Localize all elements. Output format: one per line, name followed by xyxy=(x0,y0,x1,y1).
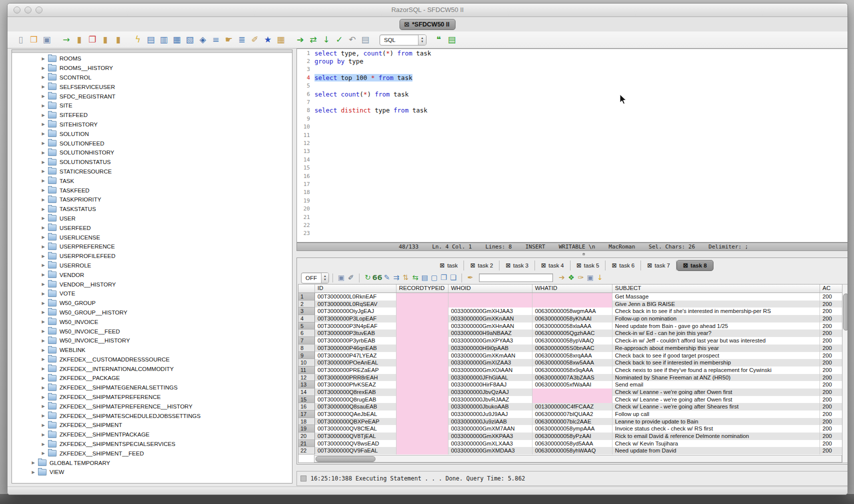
cell-whoid[interactable]: 0033000000H9aNBAAZ xyxy=(448,330,532,337)
cell-recordtypeid[interactable] xyxy=(396,308,448,315)
close-tab-icon[interactable]: ⊠ xyxy=(470,262,475,269)
table-row[interactable]: 700T3000000P3yrbEAB0033000000GmXPYAA3006… xyxy=(298,337,848,344)
result-tab[interactable]: ⊠task 4 xyxy=(535,260,570,270)
table-row[interactable]: 200T3000000L0RqSEAVGive Jenn a BIG RAISE… xyxy=(298,300,848,308)
download-more-icon[interactable]: ↓ xyxy=(595,273,604,282)
disclosure-triangle-icon[interactable]: ▶ xyxy=(41,188,46,192)
disclosure-triangle-icon[interactable]: ▶ xyxy=(41,423,46,428)
disclosure-triangle-icon[interactable]: ▶ xyxy=(41,348,46,352)
cell-id[interactable]: 00T3000000PfvKSEAZ xyxy=(315,381,396,388)
disclosure-triangle-icon[interactable]: ▶ xyxy=(41,226,46,230)
table-row[interactable]: 1000T3000000POeAnEAL0033000000GmXIZAA300… xyxy=(298,359,848,366)
cell-recordtypeid[interactable] xyxy=(396,425,448,432)
tree-item-table[interactable]: ▶USERPROFILEFEED xyxy=(12,252,292,261)
tree-item-table[interactable]: ▶ZKFEDEX__SHIPMATEPREFERENCE xyxy=(12,392,292,402)
tree-item-root[interactable]: ▶GLOBAL TEMPORARY xyxy=(12,458,292,468)
tree-item-table[interactable]: ▶USERLICENSE xyxy=(12,232,292,242)
tree-item-table[interactable]: ▶TASKFEED xyxy=(12,186,292,195)
cell-id[interactable]: 00T3000000PREZaEAP xyxy=(315,366,396,374)
cell-id[interactable]: 00T3000000P3tuvEAB xyxy=(315,330,396,337)
cell-recordtypeid[interactable] xyxy=(396,344,448,352)
table-tools-icon[interactable]: ▦ xyxy=(276,34,286,45)
table-row[interactable]: 400T3000000P3LopEAF0033000000GmXKnAAN006… xyxy=(298,315,848,322)
new-file-icon[interactable]: ▯ xyxy=(16,34,26,45)
tree-item-table[interactable]: ▶W50_GROUP__HISTORY xyxy=(12,308,292,318)
table-row[interactable]: 2200T3000000QV9FaEAL0033000000GmXMDAA300… xyxy=(298,447,848,454)
cell-recordtypeid[interactable] xyxy=(396,300,448,308)
primary-key-icon[interactable]: ✒ xyxy=(466,273,475,282)
tree-item-table[interactable]: ▶USER xyxy=(12,214,292,224)
quote-sql-icon[interactable]: ❝ xyxy=(434,34,444,45)
tree-item-table[interactable]: ▶ZKFEDEX__PACKAGE xyxy=(12,374,292,383)
table-row[interactable]: 1300T3000000PfvKSEAZ0033000000HirF8AAJ00… xyxy=(298,381,848,388)
disclosure-triangle-icon[interactable]: ▶ xyxy=(41,366,46,371)
result-tab[interactable]: ⊠task 2 xyxy=(464,260,500,270)
save-results-icon[interactable]: ▣ xyxy=(336,273,346,282)
split-grip[interactable] xyxy=(582,253,585,256)
statement-type-select[interactable]: SQL▲▼ xyxy=(380,34,426,46)
connect-icon[interactable]: → xyxy=(61,34,72,45)
cell-id[interactable]: 00T3000000QV8CfEAL xyxy=(315,425,396,432)
cell-whatid[interactable]: 006300000058yd5AAA xyxy=(532,440,612,448)
disclosure-triangle-icon[interactable]: ▶ xyxy=(41,414,46,418)
cell-whoid[interactable]: 0033000000GmXOiAAN xyxy=(448,366,532,374)
disclosure-triangle-icon[interactable]: ▶ xyxy=(41,150,46,155)
disclosure-triangle-icon[interactable]: ▶ xyxy=(41,404,46,408)
cell-recordtypeid[interactable] xyxy=(396,366,448,374)
refresh-page-icon[interactable]: ▦ xyxy=(172,34,182,45)
query-log-icon[interactable]: ▤ xyxy=(360,34,370,45)
tree-item-table[interactable]: ▶SITEHISTORY xyxy=(12,120,292,130)
cell-subject[interactable]: Send email xyxy=(612,381,820,388)
disclosure-triangle-icon[interactable]: ▶ xyxy=(41,160,46,164)
tree-item-root[interactable]: ▶VIEW xyxy=(12,468,292,477)
cell-subject[interactable]: Leanne to provide update to Bain xyxy=(612,418,820,426)
cell-whoid[interactable]: 0033000000JbvRJAAZ xyxy=(448,396,532,404)
table-row[interactable]: 600T3000000P3tuvEAB0033000000H9aNBAAZ006… xyxy=(298,330,848,337)
cell-subject[interactable]: Need update from David xyxy=(612,447,820,454)
cell-whoid[interactable] xyxy=(448,300,532,308)
cell-id[interactable]: 00T3000000QAeJbEAL xyxy=(315,410,396,418)
disclosure-triangle-icon[interactable]: ▶ xyxy=(41,235,46,240)
cell-whatid[interactable]: 006300000058yKhAAI xyxy=(532,315,612,322)
grid-vertical-scrollbar[interactable] xyxy=(842,284,848,463)
tree-item-table[interactable]: ▶WEBLINK xyxy=(12,346,292,355)
table-row[interactable]: 2000T3000000QV8TjEAL0033000000GmXKPAA300… xyxy=(298,432,848,440)
table-row[interactable]: 1700T3000000QAeJbEAL0033000000Ju9J9AAJ00… xyxy=(298,410,848,418)
import-data-icon[interactable]: ❖ xyxy=(566,273,576,282)
cell-whatid[interactable]: 006300000058ypVAAQ xyxy=(532,337,612,344)
cell-whatid[interactable]: 00630000007blQUAA2 xyxy=(532,410,612,418)
result-tab[interactable]: ⊠task xyxy=(434,260,464,270)
cell-recordtypeid[interactable] xyxy=(396,359,448,366)
disclosure-triangle-icon[interactable]: ▶ xyxy=(41,94,46,98)
cell-recordtypeid[interactable] xyxy=(396,418,448,426)
disclosure-triangle-icon[interactable]: ▶ xyxy=(41,432,46,437)
close-tab-icon[interactable]: ⊠ xyxy=(506,262,510,269)
cell-recordtypeid[interactable] xyxy=(396,374,448,382)
close-tab-icon[interactable]: ⊠ xyxy=(612,262,616,269)
execute-icon[interactable]: ➔ xyxy=(295,34,306,45)
cell-subject[interactable]: Rick to email David & reference Delmonte… xyxy=(612,432,820,440)
notebook-icon[interactable]: ▧ xyxy=(184,34,195,45)
cell-subject[interactable]: Follow-up on nomination xyxy=(612,315,820,322)
cell-id[interactable]: 00T3000000P3yrbEAB xyxy=(315,337,396,344)
tree-item-table[interactable]: ▶ZKFEDEX__SHIPMENT xyxy=(12,420,292,430)
cell-whatid[interactable] xyxy=(532,293,612,300)
tree-item-table[interactable]: ▶TASK xyxy=(12,176,292,186)
column-header-recordtypeid[interactable]: RECORDTYPEID xyxy=(396,284,448,292)
new-connection-icon[interactable]: ▮ xyxy=(100,34,110,45)
find-next-icon[interactable]: ➔ xyxy=(557,273,566,282)
close-connection-icon[interactable]: ❐ xyxy=(87,34,98,45)
cell-id[interactable]: 00T3000000QV9FaEAL xyxy=(315,447,396,454)
tree-item-table[interactable]: ▶VENDOR xyxy=(12,270,292,280)
disconnect-icon[interactable]: ▮ xyxy=(74,34,84,45)
disclosure-triangle-icon[interactable]: ▶ xyxy=(41,66,46,70)
cell-subject[interactable]: Check nexis to see if they've found a re… xyxy=(612,366,820,374)
title-bar[interactable]: RazorSQL - SFDCW50 II xyxy=(8,4,848,17)
disclosure-triangle-icon[interactable]: ▶ xyxy=(41,75,46,80)
column-header-whatid[interactable]: WHATID xyxy=(532,284,612,292)
tree-item-table[interactable]: ▶ZKFEDEX__SHIPMENTSPECIALSERVICES xyxy=(12,440,292,449)
tree-item-table[interactable]: ▶VOTE xyxy=(12,289,292,298)
cell-whatid[interactable]: 006300000058ympAAA xyxy=(532,425,612,432)
generate-script-icon[interactable]: ✑ xyxy=(576,273,586,282)
cell-whoid[interactable]: 0033000000JbvQzAAJ xyxy=(448,388,532,396)
